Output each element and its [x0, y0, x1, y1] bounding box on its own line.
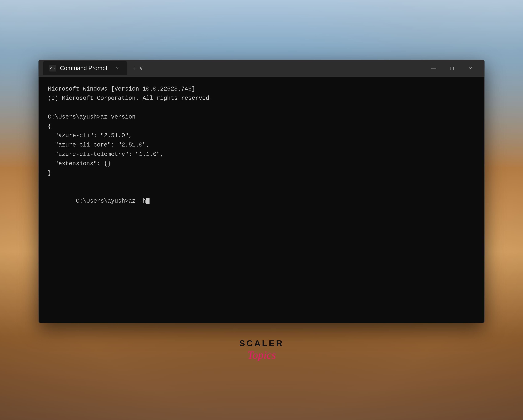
cmd-icon: C:\	[49, 64, 57, 72]
tab-title: Command Prompt	[60, 65, 107, 72]
close-button[interactable]: ×	[461, 60, 480, 77]
terminal-line-2: (c) Microsoft Corporation. All rights re…	[48, 94, 475, 103]
terminal-line-10: }	[48, 169, 475, 178]
terminal-line-11	[48, 178, 475, 187]
cursor	[146, 198, 149, 204]
terminal-line-5: {	[48, 122, 475, 131]
terminal-line-4: C:\Users\ayush>az version	[48, 112, 475, 122]
new-tab-button[interactable]: +	[133, 65, 136, 72]
window-controls: — □ ×	[425, 60, 480, 77]
page-wrapper: C:\ Command Prompt × + ∨ — □ × Microsoft…	[39, 60, 484, 361]
terminal-line-1: Microsoft Windows [Version 10.0.22623.74…	[48, 84, 475, 94]
terminal-line-9: "extensions": {}	[48, 159, 475, 169]
terminal-window: C:\ Command Prompt × + ∨ — □ × Microsoft…	[39, 60, 484, 323]
scaler-bottom-text: Topics	[247, 349, 276, 361]
scaler-top-text: SCALER	[239, 338, 284, 348]
active-tab[interactable]: C:\ Command Prompt ×	[43, 61, 127, 75]
maximize-button[interactable]: □	[443, 60, 461, 77]
terminal-line-6: "azure-cli": "2.51.0",	[48, 131, 475, 140]
new-tab-group: + ∨	[130, 63, 146, 73]
terminal-line-8: "azure-cli-telemetry": "1.1.0",	[48, 150, 475, 159]
minimize-button[interactable]: —	[425, 60, 443, 77]
tab-close-button[interactable]: ×	[113, 64, 121, 72]
terminal-body[interactable]: Microsoft Windows [Version 10.0.22623.74…	[39, 77, 484, 323]
terminal-line-3	[48, 103, 475, 112]
terminal-line-7: "azure-cli-core": "2.51.0",	[48, 140, 475, 150]
svg-text:C:\: C:\	[50, 67, 55, 70]
titlebar: C:\ Command Prompt × + ∨ — □ ×	[39, 60, 484, 77]
scaler-logo: SCALER Topics	[239, 338, 284, 361]
dropdown-button[interactable]: ∨	[139, 65, 143, 72]
terminal-line-12: C:\Users\ayush>az -h	[48, 187, 475, 215]
